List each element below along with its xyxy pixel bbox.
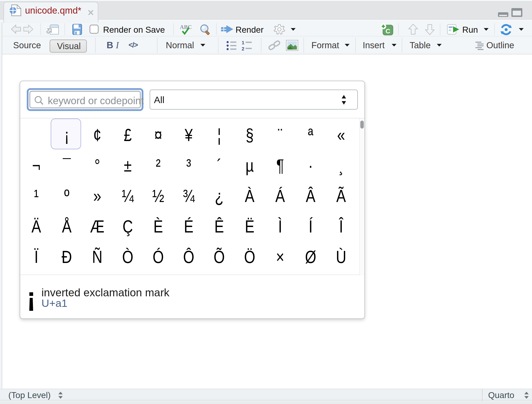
svg-text:C: C (386, 27, 390, 35)
svg-text:1: 1 (242, 40, 244, 45)
svg-text:2: 2 (242, 46, 244, 51)
svg-text:ABC: ABC (180, 24, 192, 30)
